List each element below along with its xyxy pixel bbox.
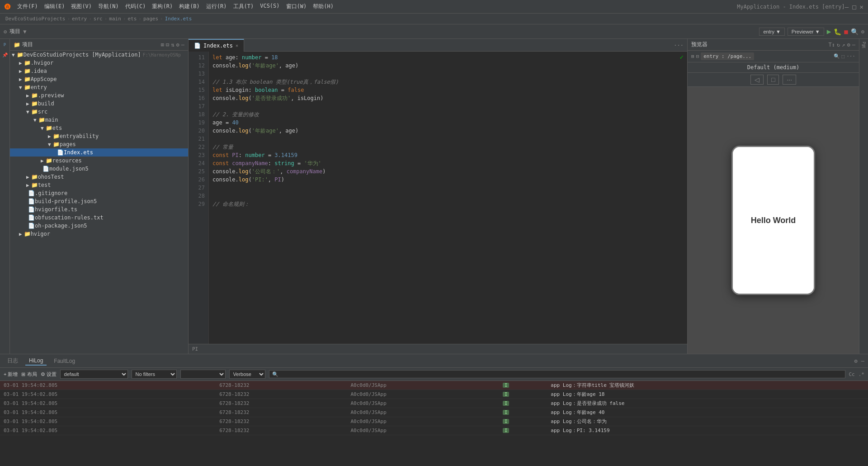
menu-run[interactable]: 运行(R) (203, 2, 230, 11)
sidebar-item-hvigorfile[interactable]: 📄 hvigorfile.ts (10, 205, 188, 214)
log-verbose-select[interactable]: Verbose (229, 370, 265, 379)
strip-icon-1[interactable]: P (1, 41, 9, 49)
sidebar-item-gitignore[interactable]: 📄 .gitignore (10, 189, 188, 197)
sidebar-item-src[interactable]: ▼ 📁 src (10, 108, 188, 116)
stop-icon[interactable]: ■ (844, 28, 848, 35)
log-row[interactable]: 03-01 19:54:02.805 6728-18232 A0c0d0/JSA… (0, 426, 868, 435)
log-row[interactable]: 03-01 19:54:02.805 6728-18232 A0c0d0/JSA… (0, 390, 868, 399)
log-new-btn[interactable]: + 新增 (4, 371, 18, 378)
menu-window[interactable]: 窗口(W) (283, 2, 310, 11)
menu-file[interactable]: 文件(F) (14, 2, 41, 11)
sidebar-item-appscope[interactable]: ▶ 📁 AppScope (10, 75, 188, 83)
tab-indexets[interactable]: 📄 Index.ets ✕ (189, 39, 244, 52)
search-icon[interactable]: 🔍 (851, 28, 859, 35)
sidebar-collapse-icon[interactable]: ⊟ (166, 42, 169, 48)
breadcrumb-part-4[interactable]: ets (127, 16, 137, 22)
debug-icon[interactable]: 🐛 (834, 28, 841, 35)
log-search-input[interactable] (269, 370, 845, 378)
sidebar-item-resources[interactable]: ▶ 📁 resources (10, 157, 188, 165)
log-layout-btn[interactable]: ⊞ 布局 (21, 371, 37, 378)
maximize-button[interactable]: □ (852, 3, 856, 10)
log-row[interactable]: 03-01 19:54:02.805 6728-18232 A0c0d0/JSA… (0, 399, 868, 408)
menu-refactor[interactable]: 重构(R) (149, 2, 175, 11)
log-regex-btn[interactable]: .* (859, 371, 864, 377)
sidebar-item-main[interactable]: ▼ 📁 main (10, 116, 188, 124)
log-tab-faultlog[interactable]: FaultLog (50, 357, 79, 365)
log-row[interactable]: 03-01 19:54:02.805 6728-18232 A0c0d0/JSA… (0, 381, 868, 390)
log-row[interactable]: 03-01 19:54:02.805 6728-18232 A0c0d0/JSA… (0, 417, 868, 426)
code-content[interactable]: let age: number = 18 console.log('年龄age'… (209, 52, 676, 344)
previewer-home-btn[interactable]: □ (767, 75, 779, 85)
breadcrumb-part-3[interactable]: main (109, 16, 121, 22)
log-settings-btn[interactable]: ⚙ 设置 (41, 371, 57, 378)
sidebar-item-test[interactable]: ▶ 📁 test (10, 181, 188, 189)
strip-icon-2[interactable]: 📌 (1, 51, 9, 59)
code-editor[interactable]: 11 12 13 14 15 16 17 18 19 20 21 22 23 2… (189, 52, 687, 344)
sidebar-item-ohpackage[interactable]: 📄 oh-package.json5 (10, 222, 188, 230)
breadcrumb-part-1[interactable]: entry (72, 16, 87, 22)
menu-view[interactable]: 视图(V) (68, 2, 94, 11)
sidebar-item-indexets[interactable]: 📄 Index.ets (10, 148, 188, 157)
entry-badge[interactable]: entry ▼ (759, 28, 784, 36)
previewer-more-btn[interactable]: ··· (783, 75, 796, 85)
sidebar-item-ohostest[interactable]: ▶ 📁 ohosTest (10, 173, 188, 181)
settings-icon[interactable]: ⚙ (861, 29, 864, 35)
breadcrumb-current[interactable]: Index.ets (165, 16, 192, 22)
sidebar-minimize-icon[interactable]: — (181, 42, 184, 48)
minimize-button[interactable]: — (845, 3, 849, 10)
sidebar-item-modulejson5[interactable]: 📄 module.json5 (10, 165, 188, 173)
right-strip-icon-2[interactable]: P (862, 42, 866, 44)
sidebar-item-build[interactable]: ▶ 📁 build (10, 100, 188, 108)
more-tabs-icon[interactable]: ··· (670, 40, 687, 50)
menu-nav[interactable]: 导航(N) (95, 2, 122, 11)
breadcrumb-part-5[interactable]: pages (143, 16, 158, 22)
gear-icon[interactable]: ⚙ (4, 29, 7, 35)
sidebar-item-obfuscation[interactable]: 📄 obfuscation-rules.txt (10, 214, 188, 222)
sidebar-item-ets[interactable]: ▼ 📁 ets (10, 124, 188, 132)
sidebar-settings-icon[interactable]: ⚙ (176, 42, 179, 48)
menu-vcs[interactable]: VCS(S) (257, 2, 282, 11)
log-tab-hilog[interactable]: HiLog (25, 357, 47, 366)
close-button[interactable]: ✕ (860, 3, 863, 10)
sidebar-item-entryability[interactable]: ▶ 📁 entryability (10, 132, 188, 140)
sidebar-expand-icon[interactable]: ⊞ (161, 42, 164, 48)
menu-edit[interactable]: 编辑(E) (42, 2, 68, 11)
menu-build[interactable]: 构建(B) (176, 2, 203, 11)
log-filter-select[interactable]: No filters (132, 370, 177, 379)
run-icon[interactable]: ▶ (827, 27, 831, 36)
previewer-badge[interactable]: Previewer ▼ (788, 28, 824, 36)
sidebar-item-entry[interactable]: ▼ 📁 entry (10, 83, 188, 91)
sidebar-item-hvigor[interactable]: ▶ 📁 .hvigor (10, 59, 188, 67)
log-device-select[interactable]: default (60, 370, 128, 379)
previewer-list-icon[interactable]: ⊟ (696, 53, 699, 59)
previewer-grid-icon[interactable]: ⊞ (691, 53, 694, 59)
menu-tools[interactable]: 工具(T) (231, 2, 257, 11)
sidebar-item-hvigor2[interactable]: ▶ 📁 hvigor (10, 230, 188, 238)
previewer-share-icon[interactable]: ↗ (842, 42, 845, 48)
log-row[interactable]: 03-01 19:54:02.805 6728-18232 A0c0d0/JSA… (0, 408, 868, 417)
previewer-back-btn[interactable]: ◁ (750, 75, 764, 85)
previewer-more-icon[interactable]: ··· (846, 53, 855, 59)
log-settings-icon[interactable]: ⚙ (854, 358, 858, 364)
log-minimize-icon[interactable]: — (861, 358, 864, 364)
sidebar-sort-icon[interactable]: ⇅ (171, 42, 174, 48)
log-case-btn[interactable]: Cc (849, 371, 855, 377)
previewer-refresh-icon[interactable]: ↻ (837, 42, 840, 48)
previewer-format-icon[interactable]: T↕ (829, 42, 835, 48)
breadcrumb-part-2[interactable]: src (94, 16, 103, 22)
tab-close-icon[interactable]: ✕ (236, 43, 238, 48)
log-tab-log[interactable]: 日志 (4, 356, 22, 366)
sidebar-item-buildprofile[interactable]: 📄 build-profile.json5 (10, 197, 188, 205)
breadcrumb-part-0[interactable]: DevEcoStudioProjects (5, 16, 65, 22)
previewer-expand-icon[interactable]: ⬚ (842, 53, 845, 59)
tree-root[interactable]: ▼ 📁 DevEcoStudioProjects [MyApplication]… (10, 51, 188, 59)
menu-code[interactable]: 代码(C) (123, 2, 149, 11)
sidebar-item-preview[interactable]: ▶ 📁 .preview (10, 91, 188, 100)
previewer-zoom-icon[interactable]: 🔍 (834, 53, 840, 59)
menu-help[interactable]: 帮助(H) (310, 2, 336, 11)
sidebar-item-pages[interactable]: ▼ 📁 pages (10, 140, 188, 148)
log-empty-select[interactable] (180, 370, 226, 379)
sidebar-item-idea[interactable]: ▶ 📁 .idea (10, 67, 188, 75)
previewer-settings-icon[interactable]: ⚙ (847, 42, 850, 48)
previewer-close-icon[interactable]: — (852, 42, 855, 48)
